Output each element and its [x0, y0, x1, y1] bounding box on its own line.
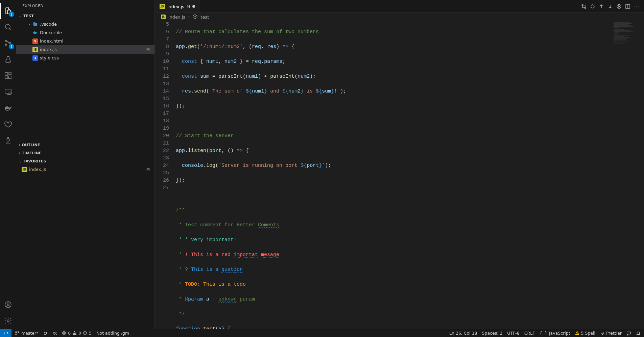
section-outline[interactable]: › OUTLINE [16, 141, 154, 149]
svg-point-22 [582, 4, 583, 6]
file-dockerfile[interactable]: Dockerfile [16, 28, 154, 37]
status-live-share[interactable] [52, 331, 57, 336]
breadcrumb-symbol[interactable]: test [200, 15, 209, 20]
svg-point-1 [5, 41, 7, 42]
js-icon: JS [32, 47, 38, 52]
file-status: M [146, 47, 150, 52]
file-label: .vscode [40, 22, 57, 27]
run-icon[interactable] [616, 4, 622, 9]
docker-icon [32, 30, 38, 35]
svg-point-17 [7, 320, 9, 322]
status-cursor[interactable]: Ln 26, Col 18 [449, 331, 477, 336]
status-message[interactable]: Not adding /gm [96, 331, 129, 336]
svg-point-29 [53, 332, 55, 333]
explorer-badge: 1 [9, 11, 14, 17]
svg-point-30 [55, 332, 56, 333]
status-language[interactable]: { } JavaScript [540, 331, 570, 336]
status-encoding[interactable]: UTF-8 [507, 331, 519, 336]
more-actions-icon[interactable]: ··· [634, 4, 640, 9]
tabs-bar: JS index.js M [155, 0, 644, 13]
svg-point-27 [16, 334, 17, 335]
activity-testing-icon[interactable] [0, 51, 16, 68]
activity-account-icon[interactable] [0, 296, 16, 313]
file-stylecss[interactable]: 3 style.css [16, 54, 154, 62]
svg-point-14 [7, 137, 9, 138]
section-test-label: TEST [23, 14, 33, 18]
prev-change-icon[interactable] [599, 4, 604, 9]
symbol-method-icon [192, 14, 198, 20]
svg-point-23 [585, 7, 586, 8]
tab-indexjs[interactable]: JS index.js M [155, 0, 200, 12]
html-icon: 5 [32, 38, 38, 44]
branch-label: master* [21, 331, 38, 336]
file-indexjs[interactable]: JS index.js M [16, 45, 154, 54]
status-spaces[interactable]: Spaces: 2 [482, 331, 503, 336]
activity-genie-icon[interactable] [0, 132, 16, 149]
js-icon: JS [160, 4, 165, 9]
activity-settings-icon[interactable] [0, 313, 16, 329]
activity-search-icon[interactable] [0, 19, 16, 35]
editor: JS index.js M [155, 0, 644, 329]
activity-explorer-icon[interactable]: 1 [0, 3, 16, 19]
section-outline-label: OUTLINE [22, 143, 40, 147]
activity-favorites-icon[interactable] [0, 116, 16, 132]
section-test[interactable]: ⌄ TEST [16, 12, 154, 20]
section-timeline[interactable]: › TIMELINE [16, 149, 154, 157]
status-bar: master* 0 0 5 Not adding /gm Ln 26, Col [0, 329, 644, 337]
file-label: Dockerfile [40, 30, 62, 35]
status-feedback-icon[interactable] [626, 331, 631, 336]
svg-rect-21 [34, 31, 35, 32]
activity-extensions-icon[interactable] [0, 68, 16, 84]
status-prettier[interactable]: Prettier [600, 331, 622, 336]
breadcrumb-file[interactable]: index.js [168, 15, 185, 20]
activity-bar: 1 1 [0, 0, 16, 329]
svg-rect-7 [9, 72, 11, 75]
code-area[interactable]: 567 8910 111213 141516 171819 202122 232… [155, 21, 644, 329]
js-icon: JS [22, 167, 27, 172]
svg-rect-4 [5, 73, 8, 75]
folder-vscode[interactable]: › .vscode [16, 20, 154, 28]
breadcrumb[interactable]: JS index.js › test [155, 13, 644, 21]
file-label: index.html [40, 38, 63, 44]
breadcrumb-sep: › [188, 15, 190, 20]
chevron-down-icon: ⌄ [19, 159, 22, 163]
revert-icon[interactable] [590, 4, 595, 9]
file-label: index.js [29, 167, 46, 172]
status-branch[interactable]: master* [15, 331, 38, 336]
explorer-sidebar: EXPLORER ··· ⌄ TEST › .vscode [16, 0, 155, 329]
scm-badge: 1 [9, 44, 14, 49]
status-sync[interactable] [43, 331, 48, 336]
status-spell[interactable]: 5 Spell [575, 331, 595, 336]
activity-docker-icon[interactable] [0, 100, 16, 116]
file-indexhtml[interactable]: 5 index.html [16, 37, 154, 45]
remote-button[interactable] [0, 329, 11, 337]
file-label: index.js [40, 47, 57, 52]
js-icon: JS [161, 15, 166, 19]
section-favorites[interactable]: ⌄ FAVORITES [16, 157, 154, 165]
svg-point-26 [16, 331, 17, 333]
tab-filename: index.js [167, 4, 184, 9]
file-status: M [146, 167, 150, 172]
favorite-indexjs[interactable]: JS index.js M [16, 165, 154, 174]
svg-rect-13 [7, 106, 8, 107]
minimap[interactable] [614, 22, 641, 63]
compare-changes-icon[interactable] [581, 4, 587, 9]
line-gutter: 567 8910 111213 141516 171819 202122 232… [155, 21, 176, 329]
sidebar-title-label: EXPLORER [22, 4, 43, 8]
status-message-label: Not adding /gm [96, 331, 129, 336]
sidebar-title: EXPLORER ··· [16, 0, 154, 12]
chevron-right-icon: › [19, 151, 21, 155]
tab-dirty-icon [192, 5, 195, 8]
sidebar-more-icon[interactable]: ··· [143, 4, 149, 8]
status-eol[interactable]: CRLF [524, 331, 535, 336]
svg-point-0 [5, 24, 10, 29]
tab-modified-badge: M [187, 4, 190, 9]
activity-remote-explorer-icon[interactable] [0, 84, 16, 100]
status-problems[interactable]: 0 0 5 [62, 331, 92, 336]
chevron-right-icon: › [27, 22, 32, 26]
split-editor-icon[interactable] [625, 4, 630, 9]
next-change-icon[interactable] [607, 4, 613, 9]
status-bell-icon[interactable] [636, 331, 641, 336]
activity-scm-icon[interactable]: 1 [0, 35, 16, 51]
code-content[interactable]: // Route that calculates the sum of two … [176, 21, 644, 329]
